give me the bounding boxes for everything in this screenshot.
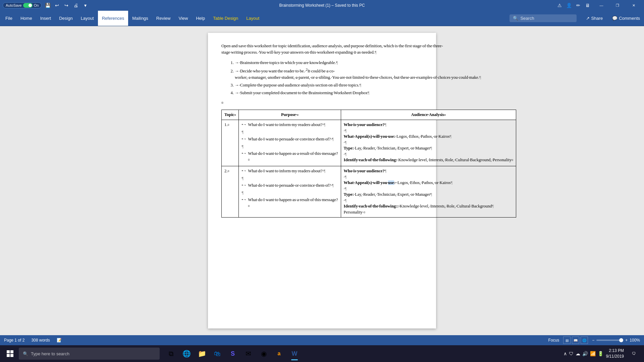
print-layout-btn[interactable]: ▤ [563,337,571,344]
table-row: 2.¤ •→What·do·I·want·to·inform·my·reader… [222,166,516,218]
clock-time: 2:13 PM [606,348,624,354]
comments-icon: 💬 [612,16,618,21]
notification-center[interactable]: 🗨 [627,346,641,361]
pen-icon[interactable]: ✏ [575,2,582,9]
clock: 2:13 PM 9/11/2019 [606,348,624,359]
tab-insert[interactable]: Insert [36,11,55,26]
edge-icon[interactable]: 🌐 [179,346,194,361]
tab-design[interactable]: Design [55,11,76,26]
row2-audience: Who·is·your·audience?¶ ·¶ What·Appeal(s)… [341,166,516,218]
zoom-thumb [619,338,623,342]
alert-icon: ⚠ [556,2,563,9]
stripe-icon[interactable]: S [225,346,240,361]
search-icon: 🔍 [23,351,28,356]
ribbon: File Home Insert Design Layout Reference… [0,11,644,26]
taskbar-apps: ⧉ 🌐 📁 🛍 S ✉ ◉ a W [164,346,302,361]
purpose-item: •→What·do·I·want·to·inform·my·readers·ab… [241,168,338,174]
tab-file[interactable]: File [1,11,16,26]
tab-help[interactable]: Help [192,11,209,26]
battery-icon[interactable]: 🔋 [598,351,603,356]
header-topic: Topic¤ [222,110,239,120]
save-icon[interactable]: 💾 [44,2,51,9]
table-row: 1.¤ •→What·do·I·want·to·inform·my·reader… [222,120,516,166]
document-title: Brainstorming Worksheet (1) – Saved to t… [279,3,365,8]
windows-logo [7,350,13,357]
zoom-level: 100% [630,338,640,343]
purpose-item: •→What·do·I·want·to·persuade·or·convince… [241,136,338,142]
chevron-icon[interactable]: ∧ [564,351,567,356]
clock-date: 9/11/2019 [606,354,624,359]
autosave-toggle[interactable] [23,3,33,8]
store-icon[interactable]: 🛍 [210,346,225,361]
tab-review[interactable]: Review [152,11,175,26]
window-controls: — ❐ ✕ [594,0,641,11]
taskbar-right: ∧ 🛡 ☁ 🔊 📶 🔋 2:13 PM 9/11/2019 🗨 [564,346,641,361]
ribbon-search[interactable]: 🔍 Search [509,14,577,22]
language-icon: 📝 [57,338,62,343]
instruction-list: →·Brainstorm·three·topics·in·which·you·a… [235,60,423,96]
file-explorer-icon[interactable]: 📁 [195,346,209,361]
read-mode-btn[interactable]: 📖 [572,337,579,344]
taskbar-search[interactable]: 🔍 Type here to search [19,348,160,360]
redo-icon[interactable]: ↪ [63,2,70,9]
word-icon[interactable]: W [287,346,302,361]
mail-icon[interactable]: ✉ [241,346,256,361]
amazon-icon[interactable]: a [272,346,286,361]
list-item-3: →·Complete·the·purpose·and·audience·anal… [235,82,423,88]
zoom-slider[interactable] [596,340,623,341]
tab-layout[interactable]: Layout [77,11,98,26]
tab-home[interactable]: Home [16,11,36,26]
purpose-item: •→What·do·I·want·to·happen·as·a·result·o… [241,151,338,163]
intro-paragraph: Open·and·save·this·worksheet·for·topic·i… [221,43,423,56]
task-view-button[interactable]: ⧉ [164,346,178,361]
restore-button[interactable]: ❐ [610,0,625,11]
status-bar: Page 1 of 2 308 words 📝 Focus ▤ 📖 🌐 − + … [0,335,644,345]
volume-icon[interactable]: 🔊 [582,351,588,356]
network-icon[interactable]: 📶 [590,351,596,356]
focus-button[interactable]: Focus [548,338,559,343]
chrome-icon[interactable]: ◉ [256,346,271,361]
list-item-2: →·Decide·who·you·want·the·reader·to·be.·… [235,67,423,81]
comments-button[interactable]: 💬 Comments [609,14,643,22]
share-label: Share [591,16,603,21]
print-icon[interactable]: 🖨 [72,2,79,9]
autosave-badge[interactable]: AutoSave On [3,2,42,8]
ribbon-actions: ↗ Share 💬 Comments [583,11,643,26]
title-bar: AutoSave On 💾 ↩ ↪ 🖨 ▾ Brainstorming Work… [0,0,644,11]
notification-icon[interactable]: 🛡 [569,351,574,356]
brainstorming-table: Topic¤ Purpose·¤ Audience·Analysis¤ 1.¤ … [221,110,516,218]
taskbar: 🔍 Type here to search ⧉ 🌐 📁 🛍 S ✉ ◉ a W [0,345,644,362]
web-layout-btn[interactable]: 🌐 [581,337,588,344]
document-area: Open·and·save·this·worksheet·for·topic·i… [0,26,644,335]
share-icon: ↗ [586,16,590,21]
customize-icon[interactable]: ▾ [82,2,89,9]
tab-view[interactable]: View [174,11,192,26]
tab-table-design[interactable]: Table Design [209,11,242,26]
word-count: 308 words [31,338,50,343]
header-audience: Audience·Analysis¤ [341,110,516,120]
tab-mailings[interactable]: Mailings [128,11,152,26]
row2-purpose: •→What·do·I·want·to·inform·my·readers·ab… [239,166,341,218]
zoom-control: − + 100% [592,338,640,343]
table-header-row: Topic¤ Purpose·¤ Audience·Analysis¤ [222,110,516,120]
purpose-item: •→What·do·I·want·to·persuade·or·convince… [241,183,338,189]
zoom-out-btn[interactable]: − [592,338,594,343]
undo-icon[interactable]: ↩ [54,2,60,9]
row1-topic: 1.¤ [222,120,239,166]
search-placeholder: Type here to search [31,351,69,356]
tab-layout-context[interactable]: Layout [242,11,263,26]
document-page[interactable]: Open·and·save·this·worksheet·for·topic·i… [208,33,436,328]
header-purpose: Purpose·¤ [239,110,341,120]
display-icon[interactable]: 🖥 [584,2,591,9]
zoom-in-btn[interactable]: + [625,338,628,343]
share-button[interactable]: ↗ Share [583,14,605,22]
start-button[interactable] [3,346,17,361]
minimize-button[interactable]: — [594,0,609,11]
page-info: Page 1 of 2 [4,338,24,343]
tab-references[interactable]: References [98,11,128,26]
close-button[interactable]: ✕ [626,0,641,11]
row1-purpose: •→What·do·I·want·to·inform·my·readers·ab… [239,120,341,166]
account-icon[interactable]: 👤 [566,2,572,9]
row2-topic: 2.¤ [222,166,239,218]
onedrive-icon[interactable]: ☁ [576,351,580,356]
